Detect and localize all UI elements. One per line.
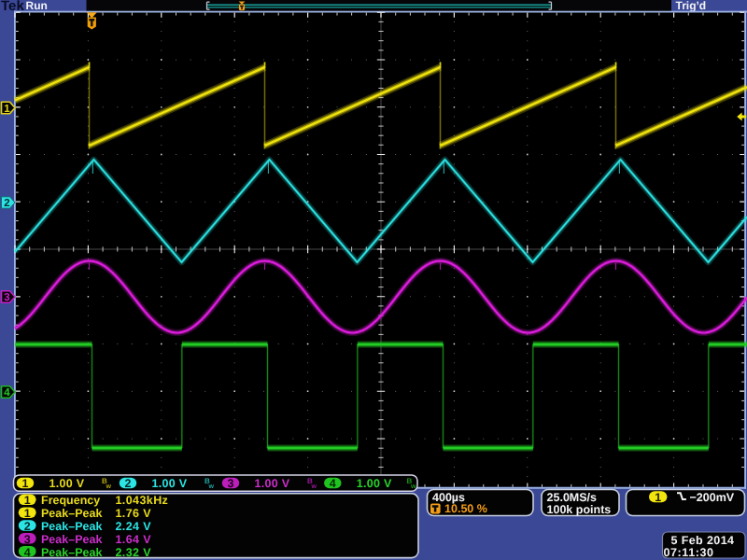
svg-text:1: 1: [24, 507, 31, 520]
svg-text:4: 4: [4, 387, 10, 399]
svg-text:1.043kHz: 1.043kHz: [116, 494, 169, 507]
svg-text:2: 2: [4, 198, 9, 209]
svg-text:2: 2: [24, 520, 31, 533]
svg-text:10.50 %: 10.50 %: [444, 502, 487, 515]
svg-text:Peak–Peak: Peak–Peak: [41, 520, 102, 533]
svg-text:07:11:30: 07:11:30: [664, 546, 714, 559]
svg-text:100k points: 100k points: [547, 503, 612, 516]
svg-text:1.00 V: 1.00 V: [357, 477, 392, 490]
svg-text:2.32 V: 2.32 V: [116, 546, 152, 559]
svg-text:3: 3: [24, 533, 31, 546]
svg-text:1: 1: [24, 494, 31, 507]
svg-text:1: 1: [4, 104, 10, 115]
svg-text:−200mV: −200mV: [690, 491, 735, 504]
svg-text:w: w: [208, 483, 215, 490]
svg-text:3: 3: [4, 292, 9, 303]
svg-text:Frequency: Frequency: [41, 494, 100, 507]
svg-text:1.00 V: 1.00 V: [49, 477, 85, 490]
svg-text:4: 4: [24, 546, 31, 559]
svg-text:2.24 V: 2.24 V: [116, 520, 152, 533]
svg-text:1.00 V: 1.00 V: [152, 477, 188, 490]
svg-text:Peak–Peak: Peak–Peak: [41, 507, 102, 520]
svg-text:1: 1: [655, 491, 661, 504]
svg-text:Trig’d: Trig’d: [676, 0, 707, 12]
svg-text:1: 1: [22, 477, 29, 490]
svg-text:2: 2: [125, 477, 132, 490]
svg-text:Peak–Peak: Peak–Peak: [41, 546, 102, 559]
svg-text:3: 3: [228, 477, 234, 490]
svg-text:w: w: [410, 483, 416, 490]
svg-text:1.64 V: 1.64 V: [116, 533, 152, 546]
svg-text:4: 4: [330, 477, 336, 490]
svg-text:5 Feb 2014: 5 Feb 2014: [671, 534, 735, 547]
svg-text:Peak–Peak: Peak–Peak: [41, 533, 102, 546]
svg-text:1.76 V: 1.76 V: [116, 507, 152, 520]
svg-text:Run: Run: [26, 0, 48, 12]
svg-text:1.00 V: 1.00 V: [255, 477, 290, 490]
svg-text:w: w: [106, 483, 112, 490]
svg-text:w: w: [311, 483, 317, 490]
svg-text:25.0MS/s: 25.0MS/s: [547, 491, 598, 504]
